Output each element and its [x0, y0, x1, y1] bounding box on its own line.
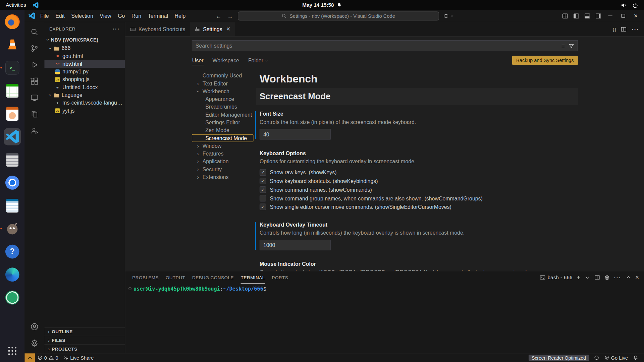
checkbox[interactable] — [260, 203, 266, 210]
menu-help[interactable]: Help — [171, 10, 189, 22]
menu-run[interactable]: Run — [128, 10, 145, 22]
activities-button[interactable]: Activities — [6, 2, 26, 8]
toc-application[interactable]: Application — [192, 158, 254, 165]
problems-status-item[interactable]: 0 0 — [35, 353, 61, 362]
live-share-status-item[interactable]: Live Share — [61, 353, 96, 362]
terminal-output[interactable]: user@iv-ydqb45pfk0bw80b9ougi:~/Desktop/6… — [125, 284, 644, 353]
dock-software-center[interactable] — [4, 289, 21, 306]
toc-text-editor[interactable]: Text Editor — [192, 80, 254, 87]
live-share-icon[interactable] — [24, 122, 44, 139]
terminal-instance-item[interactable]: bash - 666 — [540, 275, 573, 280]
tab-close-icon[interactable] — [226, 25, 230, 33]
customize-layout-icon[interactable] — [560, 11, 570, 20]
panel-tab-problems[interactable]: PROBLEMS — [132, 271, 159, 284]
toc-breadcrumbs[interactable]: Breadcrumbs — [192, 103, 254, 111]
tree-file-untitled-docx[interactable]: Untitled 1.docx — [44, 83, 125, 91]
toc-editor-management[interactable]: Editor Management — [192, 111, 254, 119]
option-show-command-names[interactable]: Show command names. (showCommands) — [260, 185, 573, 193]
filter-icon[interactable] — [569, 43, 574, 49]
option-show-raw-keys[interactable]: Show raw keys. (showKeys) — [260, 168, 573, 176]
remote-explorer-icon[interactable] — [24, 89, 44, 106]
screen-reader-status-item[interactable]: Screen Reader Optimized — [526, 353, 591, 362]
checkbox[interactable] — [260, 169, 266, 176]
dock-vscode[interactable] — [4, 128, 21, 145]
accounts-icon[interactable] — [24, 318, 44, 335]
menu-edit[interactable]: Edit — [52, 10, 68, 22]
dock-system-settings[interactable] — [4, 266, 21, 283]
panel-tab-debug-console[interactable]: DEBUG CONSOLE — [192, 271, 234, 284]
checkbox[interactable] — [260, 195, 266, 202]
toc-features[interactable]: Features — [192, 150, 254, 158]
more-actions-icon[interactable] — [632, 26, 639, 32]
extensions-icon[interactable] — [24, 73, 44, 89]
toc-settings-editor[interactable]: Settings Editor — [192, 119, 254, 126]
go-live-status-item[interactable]: Go Live — [601, 353, 630, 362]
tree-folder-666[interactable]: 666 — [44, 44, 125, 52]
option-show-command-groups[interactable]: Show command group names, when commands … — [260, 194, 573, 202]
toggle-panel-icon[interactable] — [582, 11, 592, 20]
maximize-panel-icon[interactable] — [625, 275, 631, 280]
settings-search-input[interactable] — [196, 43, 561, 49]
tree-file-gou-html[interactable]: gou.html — [44, 52, 125, 60]
window-minimize-button[interactable] — [604, 10, 616, 21]
dock-libreoffice-calc[interactable] — [4, 82, 21, 99]
run-debug-icon[interactable] — [24, 57, 44, 73]
dock-libreoffice-writer[interactable] — [4, 197, 21, 214]
projects-section[interactable]: PROJECTS — [44, 344, 125, 353]
window-close-button[interactable] — [630, 10, 641, 21]
panel-tab-terminal[interactable]: TERMINAL — [241, 271, 265, 284]
option-show-keyboard-shortcuts[interactable]: Show keyboard shortcuts. (showKeybinding… — [260, 177, 573, 185]
scope-tab-user[interactable]: User — [192, 56, 204, 65]
focused-app-indicator[interactable] — [33, 2, 42, 8]
scope-tab-folder[interactable]: Folder — [248, 56, 270, 65]
toc-extensions[interactable]: Extensions — [192, 173, 254, 181]
tree-file-yyt-js[interactable]: yyt.js — [44, 107, 125, 114]
scope-tab-workspace[interactable]: Workspace — [212, 56, 239, 65]
outline-section[interactable]: OUTLINE — [44, 327, 125, 336]
panel-tab-ports[interactable]: PORTS — [272, 271, 288, 284]
tab-keyboard-shortcuts[interactable]: Keyboard Shortcuts — [125, 22, 190, 36]
volume-icon[interactable] — [621, 2, 627, 8]
tree-folder-laguage[interactable]: Laguage — [44, 91, 125, 99]
toc-commonly-used[interactable]: Commonly Used — [192, 72, 254, 79]
option-show-single-editor-cursor-moves[interactable]: Show single editor cursor move commands.… — [260, 203, 573, 211]
toc-zen-mode[interactable]: Zen Mode — [192, 126, 254, 134]
checkbox[interactable] — [260, 186, 266, 193]
menu-go[interactable]: Go — [114, 10, 128, 22]
power-icon[interactable] — [632, 2, 638, 8]
remote-indicator[interactable] — [24, 353, 35, 362]
project-manager-icon[interactable] — [24, 106, 44, 122]
dock-web-browser[interactable] — [4, 174, 21, 191]
dock-gimp[interactable] — [4, 220, 21, 237]
panel-more-actions-icon[interactable] — [614, 275, 621, 281]
font-size-input[interactable] — [260, 129, 331, 139]
copilot-menu-button[interactable] — [443, 13, 454, 19]
navigate-back-button[interactable] — [215, 12, 222, 19]
show-applications-button[interactable] — [4, 343, 20, 359]
toc-screencast-mode[interactable]: Screencast Mode — [192, 134, 254, 142]
toc-appearance[interactable]: Appearance — [192, 95, 254, 103]
toc-security[interactable]: Security — [192, 165, 254, 173]
new-terminal-icon[interactable] — [577, 274, 580, 281]
command-center-search[interactable]: Settings - nbv (Workspace) - Visual Stud… — [238, 11, 439, 20]
tree-file-language-pack[interactable]: ms-ceintl.vscode-language-pack-z... — [44, 99, 125, 107]
source-control-icon[interactable] — [24, 40, 44, 57]
tree-file-nbv-html[interactable]: nbv.html — [44, 60, 125, 68]
tree-file-shopping-js[interactable]: shopping.js — [44, 75, 125, 83]
notifications-bell-icon[interactable] — [631, 353, 641, 362]
dock-vlc[interactable] — [4, 36, 21, 53]
window-restore-button[interactable] — [617, 10, 629, 21]
manage-gear-icon[interactable] — [24, 335, 44, 351]
terminal-dropdown-icon[interactable] — [584, 275, 590, 280]
dock-text-editor[interactable] — [4, 151, 21, 168]
tab-settings[interactable]: Settings — [190, 22, 235, 36]
menu-view[interactable]: View — [97, 10, 115, 22]
search-icon[interactable] — [24, 24, 44, 40]
files-section[interactable]: FILES — [44, 336, 125, 345]
dock-libreoffice-impress[interactable] — [4, 105, 21, 122]
checkbox[interactable] — [260, 178, 266, 184]
navigate-forward-button[interactable] — [226, 12, 234, 19]
menu-file[interactable]: File — [37, 10, 52, 22]
menu-terminal[interactable]: Terminal — [145, 10, 171, 22]
open-settings-json-icon[interactable] — [613, 27, 616, 32]
